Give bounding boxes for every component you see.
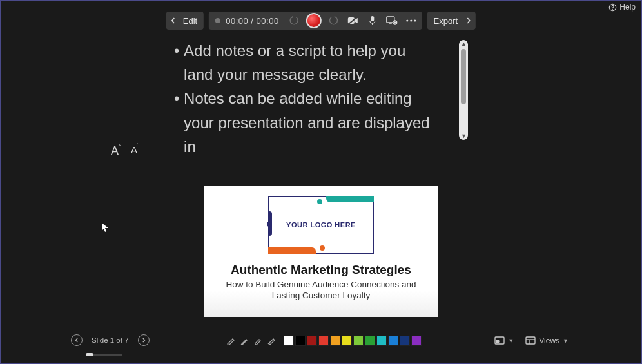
color-swatch[interactable] xyxy=(307,336,317,346)
edit-group: Edit xyxy=(166,12,204,30)
eraser-tool[interactable] xyxy=(266,336,277,346)
export-group: Export xyxy=(427,12,476,30)
slide-preview[interactable]: YOUR LOGO HERE Authentic Marketing Strat… xyxy=(204,186,438,317)
scroll-up-icon: ▲ xyxy=(461,41,467,47)
sup: ˆ xyxy=(119,144,121,150)
pane-divider[interactable] xyxy=(3,168,639,168)
color-swatch[interactable] xyxy=(284,336,294,346)
forward-button[interactable] xyxy=(327,15,341,26)
color-swatch[interactable] xyxy=(376,336,387,346)
svg-point-14 xyxy=(496,340,499,343)
color-swatch[interactable] xyxy=(400,336,410,346)
drawing-tools xyxy=(226,336,422,346)
recorder-controls: 00:00 / 00:00 xyxy=(209,12,422,30)
decrease-font-button[interactable]: Aˇ xyxy=(131,144,139,158)
laser-pointer-tool[interactable] xyxy=(226,336,236,346)
slide-subtitle: How to Build Genuine Audience Connection… xyxy=(218,280,424,302)
color-swatch[interactable] xyxy=(295,336,306,346)
svg-rect-4 xyxy=(371,16,374,21)
color-swatch[interactable] xyxy=(411,336,422,346)
chevron-down-icon: ▼ xyxy=(563,338,569,344)
screen-settings-button[interactable] xyxy=(385,16,399,25)
svg-point-12 xyxy=(414,19,416,21)
cameo-dropdown[interactable]: ▼ xyxy=(494,336,514,346)
svg-point-10 xyxy=(406,19,408,21)
svg-point-11 xyxy=(410,19,412,21)
pen-tool[interactable] xyxy=(239,336,249,346)
more-button[interactable] xyxy=(404,19,418,22)
recording-indicator-off-icon xyxy=(215,18,220,23)
help-label: Help xyxy=(619,3,636,12)
edit-button[interactable]: Edit xyxy=(180,12,204,30)
rewind-button[interactable] xyxy=(287,15,301,26)
svg-point-1 xyxy=(612,8,613,9)
bottom-bar: Slide 1 of 7 ▼ Views ▼ xyxy=(1,325,641,363)
color-swatch[interactable] xyxy=(388,336,398,346)
recording-time: 00:00 / 00:00 xyxy=(226,16,278,26)
notes-scrollbar[interactable]: ▲ ▼ xyxy=(459,40,468,140)
note-bullet: Add notes or a script to help you land y… xyxy=(184,39,438,86)
slide-counter: Slide 1 of 7 xyxy=(92,336,129,344)
logo-placeholder: YOUR LOGO HERE xyxy=(268,196,374,254)
export-button[interactable]: Export xyxy=(427,12,462,30)
color-swatches xyxy=(284,336,422,346)
color-swatch[interactable] xyxy=(330,336,340,346)
views-label: Views xyxy=(539,336,559,345)
back-button[interactable] xyxy=(166,12,180,30)
recorder-toolbar: Edit 00:00 / 00:00 xyxy=(166,12,476,30)
mic-button[interactable] xyxy=(365,15,380,26)
note-bullet: Notes can be added while editing your pr… xyxy=(184,86,438,158)
svg-rect-15 xyxy=(526,337,535,344)
glyph: A xyxy=(131,144,137,155)
view-controls: ▼ Views ▼ xyxy=(494,336,569,346)
glyph: A xyxy=(111,144,119,157)
views-dropdown[interactable]: Views ▼ xyxy=(525,336,569,346)
prev-slide-button[interactable] xyxy=(71,334,83,346)
scrollbar-thumb[interactable] xyxy=(461,49,466,104)
help-icon xyxy=(608,3,617,12)
record-button[interactable] xyxy=(306,13,322,28)
export-forward-button[interactable] xyxy=(462,12,476,30)
slide-preview-area: YOUR LOGO HERE Authentic Marketing Strat… xyxy=(1,169,641,325)
speaker-notes-pane: Aˆ Aˇ • Add notes or a script to help yo… xyxy=(1,39,641,166)
speaker-notes-text: • Add notes or a script to help you land… xyxy=(174,39,438,166)
chevron-down-icon: ▼ xyxy=(508,338,514,344)
color-swatch[interactable] xyxy=(365,336,375,346)
color-swatch[interactable] xyxy=(342,336,352,346)
camera-off-button[interactable] xyxy=(346,16,360,25)
font-size-controls: Aˆ Aˇ xyxy=(111,144,139,158)
highlighter-tool[interactable] xyxy=(253,336,263,346)
next-slide-button[interactable] xyxy=(138,334,150,346)
help-button[interactable]: Help xyxy=(608,3,636,12)
increase-font-button[interactable]: Aˆ xyxy=(111,144,121,158)
logo-text: YOUR LOGO HERE xyxy=(286,221,356,229)
slide-title: Authentic Marketing Strategies xyxy=(231,263,411,277)
svg-point-9 xyxy=(394,22,395,23)
color-swatch[interactable] xyxy=(318,336,329,346)
slide-scrub-thumb[interactable] xyxy=(86,353,93,356)
sup: ˇ xyxy=(137,142,139,149)
slide-nav: Slide 1 of 7 xyxy=(71,334,150,346)
scroll-down-icon: ▼ xyxy=(461,133,467,139)
color-swatch[interactable] xyxy=(353,336,364,346)
